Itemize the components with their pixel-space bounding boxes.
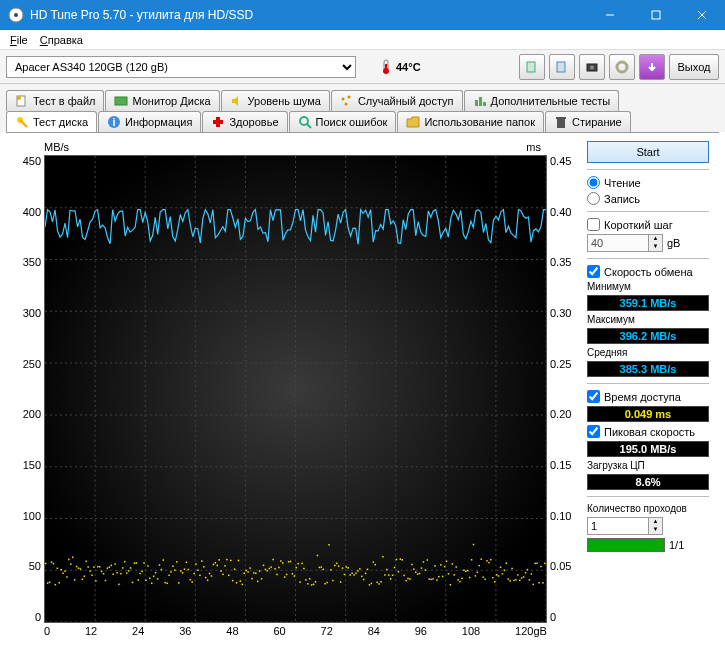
min-label: Минимум bbox=[587, 281, 709, 292]
svg-rect-123 bbox=[184, 568, 186, 569]
svg-rect-168 bbox=[270, 566, 272, 567]
svg-rect-292 bbox=[509, 580, 511, 581]
svg-point-12 bbox=[590, 65, 594, 69]
tab-disk-monitor[interactable]: Монитор Диска bbox=[105, 90, 219, 111]
tab-file-benchmark[interactable]: Тест в файл bbox=[6, 90, 104, 111]
svg-rect-54 bbox=[51, 561, 53, 562]
svg-rect-27 bbox=[213, 120, 223, 124]
copy-info-button[interactable] bbox=[519, 54, 545, 80]
svg-rect-91 bbox=[122, 567, 124, 568]
svg-rect-254 bbox=[436, 579, 438, 580]
svg-rect-165 bbox=[265, 569, 267, 570]
progress-display: 1/1 bbox=[587, 538, 709, 552]
y-axis-right: 0.450.400.350.300.250.200.150.100.050 bbox=[547, 155, 577, 623]
tab-erase[interactable]: Стирание bbox=[545, 111, 631, 132]
svg-rect-303 bbox=[531, 573, 533, 574]
svg-rect-218 bbox=[367, 569, 369, 570]
svg-rect-132 bbox=[201, 560, 203, 561]
svg-rect-86 bbox=[112, 573, 114, 574]
svg-rect-290 bbox=[506, 562, 508, 563]
short-stroke-checkbox[interactable]: Короткий шаг bbox=[587, 218, 709, 231]
svg-rect-204 bbox=[340, 581, 342, 582]
svg-rect-64 bbox=[70, 563, 72, 564]
svg-rect-75 bbox=[91, 574, 93, 575]
copy-screenshot-button[interactable] bbox=[549, 54, 575, 80]
svg-rect-187 bbox=[307, 583, 309, 584]
tab-folder-usage[interactable]: Использование папок bbox=[397, 111, 544, 132]
tab-error-scan[interactable]: Поиск ошибок bbox=[289, 111, 397, 132]
svg-rect-293 bbox=[511, 568, 513, 569]
options-button[interactable] bbox=[609, 54, 635, 80]
svg-rect-62 bbox=[66, 576, 68, 577]
svg-rect-308 bbox=[540, 566, 542, 567]
svg-rect-295 bbox=[515, 579, 517, 580]
svg-rect-216 bbox=[363, 579, 365, 580]
tab-extra-tests[interactable]: Дополнительные тесты bbox=[464, 90, 620, 111]
svg-rect-214 bbox=[359, 568, 361, 569]
svg-rect-111 bbox=[161, 569, 163, 570]
passes-input[interactable]: ▲▼ bbox=[587, 517, 709, 535]
svg-rect-256 bbox=[440, 564, 442, 565]
short-stroke-value[interactable]: ▲▼gB bbox=[587, 234, 709, 252]
svg-point-13 bbox=[617, 62, 627, 72]
svg-rect-185 bbox=[303, 568, 305, 569]
minimize-button[interactable] bbox=[587, 0, 633, 30]
menu-help[interactable]: Справка bbox=[34, 32, 89, 48]
svg-rect-88 bbox=[116, 572, 118, 573]
mode-read[interactable]: Чтение bbox=[587, 176, 709, 189]
svg-rect-55 bbox=[53, 563, 55, 564]
svg-rect-176 bbox=[286, 574, 288, 575]
screenshot-button[interactable] bbox=[579, 54, 605, 80]
passes-label: Количество проходов bbox=[587, 503, 709, 514]
svg-rect-197 bbox=[326, 582, 328, 583]
tab-benchmark[interactable]: Тест диска bbox=[6, 111, 97, 132]
access-time-checkbox[interactable]: Время доступа bbox=[587, 390, 709, 403]
tab-aam[interactable]: Уровень шума bbox=[221, 90, 330, 111]
svg-rect-244 bbox=[417, 573, 419, 574]
left-axis-label: MB/s bbox=[44, 141, 69, 153]
tab-random-access[interactable]: Случайный доступ bbox=[331, 90, 463, 111]
svg-rect-304 bbox=[533, 584, 535, 585]
svg-rect-258 bbox=[444, 566, 446, 567]
menu-file[interactable]: File bbox=[4, 32, 34, 48]
svg-point-19 bbox=[344, 103, 347, 106]
svg-point-17 bbox=[341, 98, 344, 101]
svg-rect-219 bbox=[369, 584, 371, 585]
svg-rect-212 bbox=[355, 572, 357, 573]
svg-rect-8 bbox=[385, 64, 387, 71]
svg-rect-10 bbox=[557, 62, 565, 72]
svg-rect-271 bbox=[469, 577, 471, 578]
svg-rect-63 bbox=[68, 559, 70, 560]
mode-write[interactable]: Запись bbox=[587, 192, 709, 205]
x-axis: 01224364860728496108120gB bbox=[16, 623, 577, 637]
svg-rect-100 bbox=[139, 573, 141, 574]
svg-rect-142 bbox=[220, 570, 222, 571]
svg-rect-107 bbox=[153, 576, 155, 577]
svg-rect-163 bbox=[261, 578, 263, 579]
burst-rate-checkbox[interactable]: Пиковая скорость bbox=[587, 425, 709, 438]
svg-rect-70 bbox=[82, 579, 84, 580]
close-button[interactable] bbox=[679, 0, 725, 30]
save-button[interactable] bbox=[639, 54, 665, 80]
svg-rect-203 bbox=[338, 565, 340, 566]
exit-button[interactable]: Выход bbox=[669, 54, 719, 80]
svg-rect-264 bbox=[455, 566, 457, 567]
svg-rect-282 bbox=[490, 559, 492, 560]
svg-rect-121 bbox=[180, 570, 182, 571]
svg-rect-274 bbox=[475, 575, 477, 576]
svg-rect-136 bbox=[209, 573, 211, 574]
start-button[interactable]: Start bbox=[587, 141, 709, 163]
drive-select[interactable]: Apacer AS340 120GB (120 gB) bbox=[6, 56, 356, 78]
tab-health[interactable]: Здоровье bbox=[202, 111, 287, 132]
transfer-rate-checkbox[interactable]: Скорость обмена bbox=[587, 265, 709, 278]
tab-info[interactable]: iИнформация bbox=[98, 111, 201, 132]
tab-row-top: Тест в файл Монитор Диска Уровень шума С… bbox=[6, 90, 719, 111]
svg-rect-157 bbox=[249, 567, 251, 568]
svg-rect-201 bbox=[334, 565, 336, 566]
svg-rect-118 bbox=[174, 569, 176, 570]
svg-rect-95 bbox=[130, 567, 132, 568]
svg-text:i: i bbox=[113, 116, 116, 128]
maximize-button[interactable] bbox=[633, 0, 679, 30]
svg-rect-228 bbox=[386, 569, 388, 570]
svg-rect-239 bbox=[407, 578, 409, 579]
